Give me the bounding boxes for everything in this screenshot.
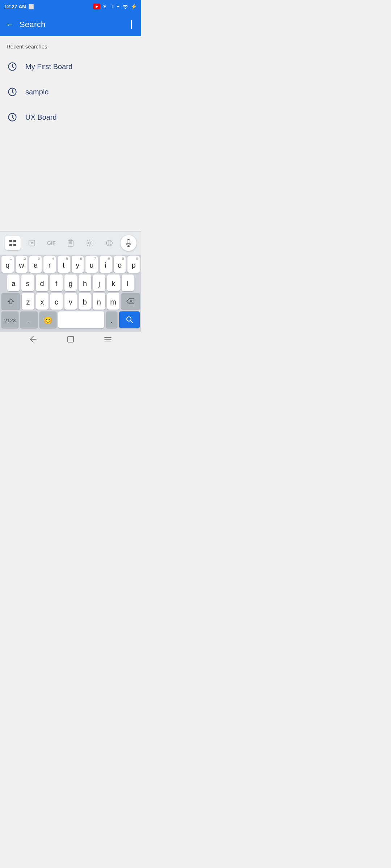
key-o[interactable]: 9o	[114, 256, 126, 273]
moon-icon: ☽	[109, 4, 114, 9]
battery-icon: ⚡	[131, 4, 137, 9]
svg-rect-5	[13, 240, 16, 242]
bluetooth-icon: ✶	[102, 3, 107, 10]
signal-icon: ✦	[116, 4, 120, 9]
keyboard: GIF	[0, 231, 141, 332]
keyboard-clipboard-button[interactable]	[63, 236, 79, 250]
backspace-key[interactable]	[121, 293, 140, 310]
svg-rect-6	[9, 244, 12, 246]
key-a[interactable]: a	[7, 275, 20, 291]
search-title: Search	[20, 20, 122, 29]
key-v[interactable]: v	[64, 293, 77, 310]
svg-point-15	[108, 242, 109, 243]
cursor-indicator	[127, 20, 135, 30]
content-spacer	[0, 130, 141, 231]
svg-point-14	[106, 240, 112, 246]
key-i[interactable]: 8i	[100, 256, 112, 273]
keyboard-bottom-row: ?123 , 😊 .	[0, 311, 141, 328]
key-u[interactable]: 7u	[85, 256, 98, 273]
wifi-icon	[122, 4, 129, 10]
keyboard-toolbar: GIF	[0, 231, 141, 255]
key-g[interactable]: g	[64, 275, 77, 291]
space-key[interactable]	[58, 311, 104, 328]
key-f[interactable]: f	[50, 275, 62, 291]
clock-icon-3	[7, 111, 18, 123]
keyboard-row-1: 1q 2w 3e 4r 5t 6y 7u 8i 9o 0p	[0, 256, 141, 273]
nav-back-button[interactable]	[29, 335, 37, 343]
period-key[interactable]: .	[106, 311, 118, 328]
key-c[interactable]: c	[50, 293, 63, 310]
key-m[interactable]: m	[107, 293, 119, 310]
recent-search-item-2[interactable]: sample	[0, 79, 141, 105]
key-p[interactable]: 0p	[127, 256, 140, 273]
recording-icon: ▶	[93, 4, 100, 9]
key-t[interactable]: 5t	[58, 256, 70, 273]
camera-status-icon: ⬜	[28, 4, 34, 9]
keyboard-key-rows: 1q 2w 3e 4r 5t 6y 7u 8i 9o 0p a s d f g …	[0, 255, 141, 332]
keyboard-mic-button[interactable]	[121, 235, 136, 251]
keyboard-palette-button[interactable]	[101, 236, 117, 250]
svg-line-25	[130, 321, 133, 323]
keyboard-row-3: z x c v b n m	[0, 293, 141, 310]
status-bar: 12:27 AM ⬜ ▶ ✶ ☽ ✦ ⚡	[0, 0, 141, 13]
svg-rect-19	[127, 239, 130, 244]
keyboard-gif-button[interactable]: GIF	[43, 236, 59, 250]
key-b[interactable]: b	[79, 293, 91, 310]
nav-home-button[interactable]	[67, 336, 74, 343]
svg-point-18	[110, 244, 111, 245]
key-x[interactable]: x	[36, 293, 49, 310]
clock-icon-2	[7, 86, 18, 98]
key-d[interactable]: d	[36, 275, 48, 291]
status-time-group: 12:27 AM ⬜	[4, 4, 34, 9]
recent-search-item-3[interactable]: UX Board	[0, 105, 141, 130]
keyboard-grid-button[interactable]	[5, 236, 21, 250]
content-area: Recent searches My First Board sample	[0, 36, 141, 231]
key-e[interactable]: 3e	[29, 256, 42, 273]
recent-searches-label: Recent searches	[0, 36, 141, 54]
back-button[interactable]: ←	[6, 20, 14, 29]
recent-search-text-3: UX Board	[25, 113, 57, 122]
search-header: ← Search	[0, 13, 141, 36]
key-y[interactable]: 6y	[72, 256, 84, 273]
recent-search-item-1[interactable]: My First Board	[0, 54, 141, 79]
key-k[interactable]: k	[107, 275, 119, 291]
recent-search-text-1: My First Board	[25, 63, 72, 71]
svg-point-13	[89, 242, 91, 244]
key-n[interactable]: n	[93, 293, 105, 310]
svg-point-16	[110, 242, 111, 243]
keyboard-row-2: a s d f g h j k l	[0, 275, 141, 291]
keyboard-settings-button[interactable]	[82, 236, 98, 250]
key-s[interactable]: s	[21, 275, 34, 291]
time-display: 12:27 AM	[4, 4, 26, 9]
key-w[interactable]: 2w	[16, 256, 28, 273]
bottom-nav-bar	[0, 332, 141, 347]
recent-search-text-2: sample	[25, 88, 49, 96]
nav-menu-button[interactable]	[104, 336, 112, 342]
svg-rect-26	[68, 336, 73, 342]
search-submit-key[interactable]	[119, 311, 140, 328]
key-l[interactable]: l	[122, 275, 134, 291]
svg-rect-4	[9, 240, 12, 242]
svg-rect-7	[13, 244, 16, 246]
shift-key[interactable]	[1, 293, 20, 310]
key-h[interactable]: h	[79, 275, 91, 291]
numbers-key[interactable]: ?123	[1, 311, 18, 328]
key-r[interactable]: 4r	[43, 256, 56, 273]
comma-key[interactable]: ,	[20, 311, 37, 328]
key-q[interactable]: 1q	[1, 256, 14, 273]
key-j[interactable]: j	[93, 275, 105, 291]
emoji-key[interactable]: 😊	[39, 311, 56, 328]
clock-icon-1	[7, 61, 18, 72]
keyboard-sticker-button[interactable]	[24, 236, 40, 250]
status-icons: ▶ ✶ ☽ ✦ ⚡	[93, 3, 137, 10]
svg-point-17	[108, 244, 109, 245]
key-z[interactable]: z	[22, 293, 34, 310]
